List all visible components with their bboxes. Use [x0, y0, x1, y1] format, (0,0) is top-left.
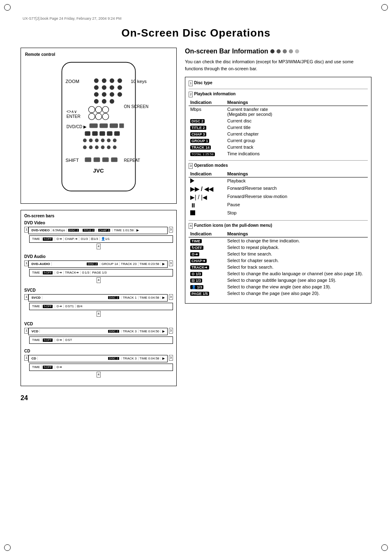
- svg-text:<>∧∨: <>∧∨: [67, 109, 77, 114]
- page-number: 24: [21, 394, 177, 402]
- table-row: ▶▶ / ◀◀ Forward/Reverse search: [189, 185, 368, 193]
- svg-rect-32: [85, 131, 90, 136]
- svg-point-12: [102, 92, 106, 97]
- svg-rect-30: [110, 123, 118, 128]
- playback-table: Indication Meanings Mbps Current transfe…: [189, 99, 368, 157]
- svg-text:ENTER: ENTER: [67, 114, 81, 119]
- indication-title2: TITLE 2: [189, 124, 226, 131]
- callout-1b: 1: [24, 260, 28, 266]
- callout-3d: 3: [169, 328, 173, 334]
- callout-1: 1: [24, 227, 28, 233]
- operation-table: Indication Meanings Playback: [189, 170, 368, 217]
- corner-reg-tr: [381, 4, 388, 11]
- svg-point-43: [83, 145, 87, 149]
- vcd-bar-container: VCD 1 VCD DISC 2 TRACK 3 TIME 0:04:50: [24, 322, 173, 344]
- svg-point-11: [94, 92, 99, 97]
- badge-title2: TITLE 2: [190, 126, 206, 130]
- func-time: TIME: [189, 237, 226, 244]
- svg-point-3: [94, 78, 99, 83]
- svg-point-37: [83, 138, 87, 142]
- vcd-label: VCD: [24, 322, 173, 326]
- svcd-bar-container: SVCD 1 SVCD DISC 2 TRACK 1 TIME 0:04:58: [24, 288, 173, 317]
- svg-point-48: [113, 145, 117, 149]
- ff-rew-icon: ▶▶ / ◀◀: [190, 186, 213, 192]
- func-meaning-subtitle: Select to change subtitle language (see …: [226, 277, 368, 283]
- table-row: ⊙ 1/3 Select to change the audio languag…: [189, 270, 368, 277]
- meaning-mbps: Current transfer rate(Megabits per secon…: [226, 106, 368, 118]
- section-playback-info: 2 Playback information: [189, 92, 368, 97]
- cd-bar1: CD DISC 2 TRACK 3 TIME 0:04:58 ▶: [28, 355, 167, 362]
- dvd-video-bar-container: DVD Video 1 DVD-VIDEO 8.5Mbps DISC 2 TIT…: [24, 221, 173, 249]
- svg-point-40: [101, 138, 105, 142]
- indication-ffrew: ▶▶ / ◀◀: [189, 185, 226, 193]
- table-row: ⊙➜ Select for time search.: [189, 251, 368, 257]
- dvd-video-bar2: TIME ↻OFF ⊙➜ CHAP.➜ ⊙1/3 ⊟1/3 👤1/1: [29, 235, 173, 243]
- meaning-pause: Pause: [226, 201, 368, 210]
- func-time-search: ⊙➜: [189, 251, 226, 257]
- stop-icon: [190, 210, 195, 215]
- meaning-track14: Current track: [226, 144, 368, 150]
- svg-point-44: [89, 145, 93, 149]
- func-meaning-chap-search: Select for chapter search.: [226, 257, 368, 264]
- meaning-chap3: Current chapter: [226, 131, 368, 137]
- table-row: TOTAL 1:25:58 Time indications: [189, 150, 368, 157]
- dvd-audio-bar-container: DVD Audio 1 DVD-AUDIO DISC 2 GROUP 14 TR…: [24, 254, 173, 283]
- table-row: Mbps Current transfer rate(Megabits per …: [189, 106, 368, 118]
- svg-point-17: [110, 99, 114, 104]
- svg-point-9: [110, 85, 114, 90]
- divider-2: [189, 160, 368, 161]
- func-angle: 👤 1/3: [189, 283, 226, 290]
- left-column: Remote control ZOOM 10 keys: [21, 48, 177, 402]
- svg-point-7: [94, 85, 99, 90]
- indication-group1: GROUP 1: [189, 137, 226, 144]
- dvd-video-bar1: DVD-VIDEO 8.5Mbps DISC 2 TITLE 2 CHAP 3 …: [28, 227, 167, 234]
- on-screen-bars-section: On-screen bars DVD Video 1 DVD-VIDEO 8.5…: [21, 210, 177, 386]
- op-header-indication: Indication: [189, 170, 226, 177]
- indication-disc2: DISC 2: [189, 117, 226, 124]
- indication-play: [189, 177, 226, 185]
- dvd-video-label: DVD Video: [24, 221, 173, 225]
- corner-reg-tl: [4, 4, 11, 11]
- table-row: TRACK➜ Select for track search.: [189, 264, 368, 270]
- indication-chap3: CHAP 3: [189, 131, 226, 137]
- svg-point-8: [102, 85, 106, 90]
- indication-time: TOTAL 1:25:58: [189, 150, 226, 157]
- cd-bar2: TIME ↻OFF ⊙➜: [29, 364, 173, 371]
- badge-page: PAGE 1/5: [190, 292, 209, 296]
- indication-track14: TRACK 14: [189, 144, 226, 150]
- svg-point-15: [94, 99, 99, 104]
- badge-time: TOTAL 1:25:58: [190, 152, 215, 156]
- indication-pause: ⏸: [189, 201, 226, 210]
- func-header-indication: Indication: [189, 230, 226, 237]
- right-column: On-screen Bar Information You can check …: [185, 48, 371, 304]
- svg-rect-51: [94, 157, 100, 162]
- badge-audio: ⊙ 1/3: [190, 272, 202, 276]
- op-header-meanings: Meanings: [226, 170, 368, 177]
- table-row: CHAP 3 Current chapter: [189, 131, 368, 137]
- dot-2: [277, 49, 281, 53]
- callout-3b: 3: [169, 260, 173, 266]
- callout-s2: 2: [189, 92, 193, 97]
- play-icon: [190, 178, 194, 183]
- svg-point-10: [118, 85, 122, 90]
- svg-rect-34: [99, 131, 105, 136]
- meaning-play: Playback: [226, 177, 368, 185]
- callout-s4: 4: [189, 223, 193, 229]
- svg-rect-53: [111, 157, 118, 162]
- svg-point-6: [118, 78, 122, 83]
- meaning-stop: Stop: [226, 210, 368, 217]
- page-title: On-Screen Disc Operations: [21, 27, 371, 39]
- function-table: Indication Meanings TIME Select to chang…: [189, 230, 368, 297]
- meaning-disc2: Current disc: [226, 117, 368, 124]
- badge-repeat: ↻OFF: [190, 246, 203, 250]
- svg-text:DVD/CD ▶: DVD/CD ▶: [67, 124, 87, 129]
- dvd-audio-label: DVD Audio: [24, 254, 173, 259]
- divider-1: [189, 89, 368, 89]
- svg-point-47: [107, 145, 111, 149]
- table-row: ↻OFF Select to repeat playback.: [189, 244, 368, 251]
- svg-point-16: [102, 99, 106, 104]
- svcd-label: SVCD: [24, 288, 173, 292]
- svg-rect-36: [114, 131, 120, 136]
- func-meaning-repeat: Select to repeat playback.: [226, 244, 368, 251]
- section-header-title: On-screen Bar Information: [185, 48, 268, 55]
